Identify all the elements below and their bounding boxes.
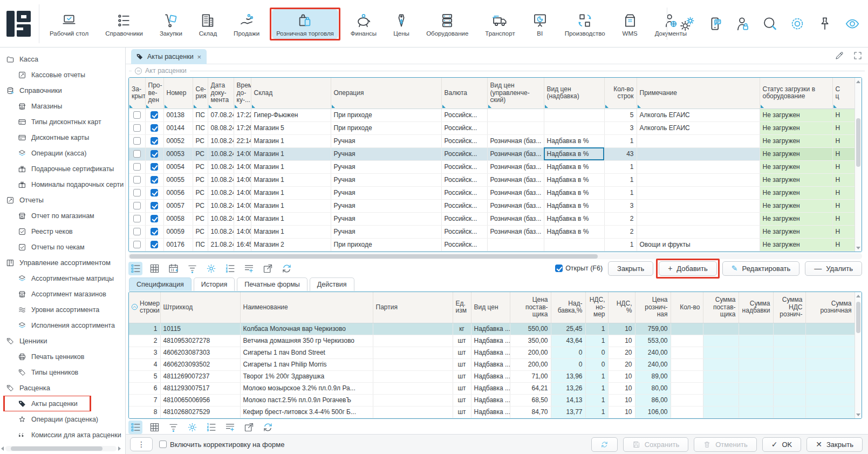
- column-header[interactable]: Склад: [251, 78, 331, 109]
- column-header[interactable]: Дата доку- мента: [208, 78, 234, 109]
- sidebar-item-10[interactable]: Отчет по магазинам: [0, 208, 125, 223]
- sidebar-item-11[interactable]: Реестр чеков: [0, 223, 125, 239]
- cell[interactable]: [373, 335, 453, 347]
- cell[interactable]: 20: [608, 347, 635, 358]
- toolbar-open-external-button[interactable]: [242, 421, 256, 434]
- cell-row-count[interactable]: 2: [604, 212, 637, 225]
- cell[interactable]: [739, 335, 773, 347]
- column-header[interactable]: Кол-во строк: [604, 78, 637, 109]
- column-header[interactable]: За- крыт: [129, 78, 145, 109]
- button-редактировать[interactable]: ✎Редактировать: [722, 261, 800, 276]
- cell[interactable]: [805, 358, 855, 370]
- cell-price-type-markup[interactable]: Надбавка в %: [544, 212, 604, 225]
- table-row[interactable]: 74810065006956Молоко паст.2.5% пл.0.9л Р…: [129, 394, 855, 406]
- cell-warehouse[interactable]: Магазин 1: [251, 160, 331, 173]
- closed-checkbox[interactable]: [133, 228, 141, 235]
- tab-akty-rascenki[interactable]: Акты расценки ×: [131, 49, 207, 64]
- cell[interactable]: 14,13: [551, 394, 585, 406]
- cell[interactable]: [373, 370, 453, 382]
- cell[interactable]: [773, 323, 805, 335]
- column-header[interactable]: Врем до- ку-...: [234, 78, 251, 109]
- cell[interactable]: шт: [453, 406, 471, 418]
- nav-item-transport[interactable]: Транспорт: [481, 9, 519, 39]
- cell[interactable]: 1: [585, 382, 608, 394]
- collapse-icon[interactable]: [135, 67, 142, 74]
- cell-date[interactable]: 10.08.24: [208, 225, 234, 238]
- cell[interactable]: 0: [585, 347, 608, 358]
- cell-date[interactable]: 10.08.24: [208, 134, 234, 147]
- cell-currency[interactable]: Российск...: [441, 186, 487, 199]
- cell-price-type-markup[interactable]: Надбавка в %: [544, 147, 604, 160]
- cell-note[interactable]: [637, 134, 760, 147]
- cell-status2[interactable]: Н: [832, 199, 855, 212]
- cell-row-count[interactable]: 3: [604, 199, 637, 212]
- cell[interactable]: [703, 358, 739, 370]
- cell[interactable]: 4811269007237: [160, 370, 240, 382]
- column-header[interactable]: Сумма постав- щика: [703, 292, 739, 323]
- cell-price-type-mgmt[interactable]: [487, 109, 544, 121]
- cell-date[interactable]: 10.08.24: [208, 160, 234, 173]
- cell-series[interactable]: ПС: [193, 121, 208, 134]
- cell-operation[interactable]: При приходе: [331, 121, 441, 134]
- cell[interactable]: 2: [129, 335, 160, 347]
- cell-currency[interactable]: Российск...: [441, 212, 487, 225]
- column-header[interactable]: Валюта: [441, 78, 487, 109]
- cell-currency[interactable]: Российск...: [441, 109, 487, 121]
- nav-item-sales[interactable]: Продажи: [229, 9, 264, 39]
- cell-time[interactable]: 16:45: [234, 238, 251, 251]
- table-row[interactable]: 84810268027529Кефир брест-литовск 3.4-4%…: [129, 406, 855, 418]
- cell-series[interactable]: РС: [193, 134, 208, 147]
- cell[interactable]: 0: [585, 358, 608, 370]
- cell[interactable]: 20: [608, 358, 635, 370]
- cell-status2[interactable]: Н: [832, 173, 855, 186]
- cell[interactable]: 4606203087303: [160, 347, 240, 358]
- cell[interactable]: [773, 406, 805, 418]
- sidebar-item-4[interactable]: Типы дисконтных карт: [0, 114, 125, 130]
- toolbar-calendar-add-button[interactable]: [166, 262, 180, 275]
- cell-price-type-mgmt[interactable]: Розничная (баз...: [487, 212, 544, 225]
- cell-number[interactable]: 00058: [163, 212, 193, 225]
- cell[interactable]: [373, 358, 453, 370]
- cell[interactable]: 13,26: [551, 382, 585, 394]
- cell-number[interactable]: 00052: [163, 134, 193, 147]
- cell-time[interactable]: 14:00: [234, 160, 251, 173]
- cell-row-count[interactable]: 1: [604, 173, 637, 186]
- cell-number[interactable]: 00144: [163, 121, 193, 134]
- cell-price-type-mgmt[interactable]: Розничная (баз...: [487, 134, 544, 147]
- nav-item-purchases[interactable]: Закупки: [155, 9, 187, 39]
- sidebar-item-12[interactable]: Отчеты по чекам: [0, 239, 125, 255]
- cell[interactable]: Сигареты 1 пач Philip Morris: [240, 358, 373, 370]
- table-row[interactable]: 00052РС10.08.2422:14Магазин 1РучнаяРосси…: [129, 134, 855, 147]
- sidebar-item-13[interactable]: Управление ассортиментом: [0, 255, 125, 270]
- cell[interactable]: [773, 347, 805, 358]
- cell[interactable]: шт: [453, 370, 471, 382]
- nav-item-desktop[interactable]: Рабочий стол: [45, 9, 93, 39]
- cell-series[interactable]: РС: [193, 199, 208, 212]
- cell-currency[interactable]: Российск...: [441, 147, 487, 160]
- column-header[interactable]: Номер: [163, 78, 193, 109]
- cell[interactable]: Надбавка ...: [471, 406, 510, 418]
- posted-checkbox[interactable]: [151, 189, 158, 196]
- tab-спецификация[interactable]: Спецификация: [129, 277, 192, 291]
- table-row[interactable]: 00144ПС08.08.2417:26Магазин 5При приходе…: [129, 121, 855, 134]
- cell-currency[interactable]: Российск...: [441, 238, 487, 251]
- toolbar-sync-button[interactable]: [279, 262, 293, 275]
- cell-operation[interactable]: Ручная: [331, 173, 441, 186]
- cell[interactable]: [739, 382, 773, 394]
- cell[interactable]: Кефир брест-литовск 3.4-4% 500г Б...: [240, 406, 373, 418]
- cell[interactable]: 106,00: [635, 406, 671, 418]
- tab-close-icon[interactable]: ×: [197, 53, 202, 61]
- cell[interactable]: [773, 370, 805, 382]
- cell[interactable]: [805, 406, 855, 418]
- cell[interactable]: [703, 323, 739, 335]
- cell-row-count[interactable]: 1: [604, 238, 637, 251]
- cell-price-type-mgmt[interactable]: Розничная (баз...: [487, 186, 544, 199]
- cell-operation[interactable]: При приходе: [331, 109, 441, 121]
- search-icon[interactable]: [762, 16, 778, 32]
- cell[interactable]: Колбаса Молочная вар Черкизово: [240, 323, 373, 335]
- cell[interactable]: [739, 358, 773, 370]
- open-checkbox-box[interactable]: [555, 265, 563, 272]
- cell-price-type-mgmt[interactable]: Розничная (баз...: [487, 225, 544, 238]
- cell[interactable]: 1: [585, 394, 608, 406]
- cell-status2[interactable]: Н: [832, 225, 855, 238]
